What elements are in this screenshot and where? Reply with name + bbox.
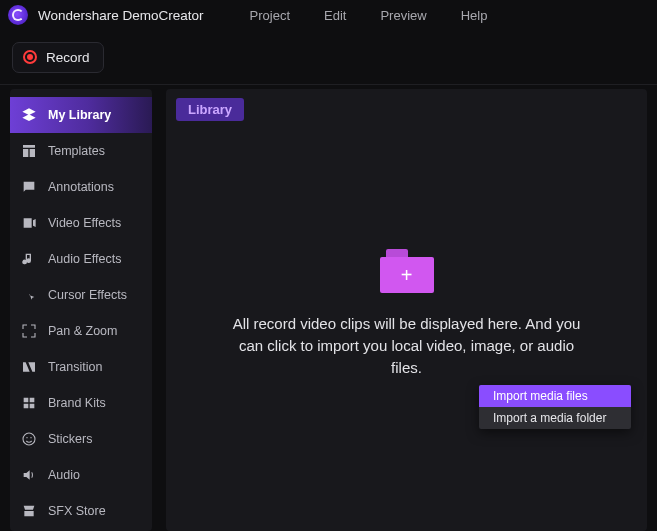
menu-help[interactable]: Help bbox=[461, 8, 488, 23]
sidebar-item-annotations[interactable]: Annotations bbox=[10, 169, 152, 205]
empty-state-text: All record video clips will be displayed… bbox=[217, 313, 597, 378]
audio-icon bbox=[20, 466, 38, 484]
app-logo bbox=[8, 5, 28, 25]
templates-icon bbox=[20, 142, 38, 160]
menu-import-media-folder[interactable]: Import a media folder bbox=[479, 407, 631, 429]
menu-edit[interactable]: Edit bbox=[324, 8, 346, 23]
svg-point-2 bbox=[30, 437, 31, 438]
sidebar-item-label: Transition bbox=[48, 360, 102, 374]
record-button-label: Record bbox=[46, 50, 90, 65]
folder-plus-icon: + bbox=[380, 249, 434, 293]
sidebar-item-video-effects[interactable]: Video Effects bbox=[10, 205, 152, 241]
sidebar-item-brand-kits[interactable]: Brand Kits bbox=[10, 385, 152, 421]
pan-zoom-icon bbox=[20, 322, 38, 340]
sidebar-item-audio-effects[interactable]: Audio Effects bbox=[10, 241, 152, 277]
content-panel: Library + All record video clips will be… bbox=[166, 89, 647, 531]
sidebar-item-cursor-effects[interactable]: Cursor Effects bbox=[10, 277, 152, 313]
sidebar-item-label: Cursor Effects bbox=[48, 288, 127, 302]
empty-state[interactable]: + All record video clips will be display… bbox=[217, 249, 597, 394]
tab-library[interactable]: Library bbox=[176, 98, 244, 121]
record-icon bbox=[23, 50, 37, 64]
cursor-fx-icon bbox=[20, 286, 38, 304]
sidebar-item-label: Templates bbox=[48, 144, 105, 158]
app-title: Wondershare DemoCreator bbox=[38, 8, 204, 23]
svg-point-0 bbox=[23, 433, 35, 445]
toolbar: Record bbox=[0, 30, 657, 85]
sidebar-item-stickers[interactable]: Stickers bbox=[10, 421, 152, 457]
menu-import-media-files[interactable]: Import media files bbox=[479, 385, 631, 407]
layers-icon bbox=[20, 106, 38, 124]
import-context-menu: Import media files Import a media folder bbox=[479, 385, 631, 429]
menubar: Wondershare DemoCreator Project Edit Pre… bbox=[0, 0, 657, 30]
sidebar-item-templates[interactable]: Templates bbox=[10, 133, 152, 169]
sidebar-item-label: Annotations bbox=[48, 180, 114, 194]
sidebar-item-label: Brand Kits bbox=[48, 396, 106, 410]
audio-fx-icon bbox=[20, 250, 38, 268]
sidebar-item-label: SFX Store bbox=[48, 504, 106, 518]
menubar-items: Project Edit Preview Help bbox=[250, 8, 488, 23]
sidebar-item-label: Audio Effects bbox=[48, 252, 121, 266]
sidebar: My Library Templates Annotations Video E… bbox=[10, 89, 152, 531]
annotations-icon bbox=[20, 178, 38, 196]
transition-icon bbox=[20, 358, 38, 376]
sidebar-item-audio[interactable]: Audio bbox=[10, 457, 152, 493]
sfx-store-icon bbox=[20, 502, 38, 520]
sidebar-item-label: Audio bbox=[48, 468, 80, 482]
sidebar-item-pan-zoom[interactable]: Pan & Zoom bbox=[10, 313, 152, 349]
stickers-icon bbox=[20, 430, 38, 448]
sidebar-item-label: Pan & Zoom bbox=[48, 324, 117, 338]
workspace: My Library Templates Annotations Video E… bbox=[0, 85, 657, 531]
video-fx-icon bbox=[20, 214, 38, 232]
brand-kits-icon bbox=[20, 394, 38, 412]
menu-project[interactable]: Project bbox=[250, 8, 290, 23]
sidebar-item-my-library[interactable]: My Library bbox=[10, 97, 152, 133]
sidebar-item-transition[interactable]: Transition bbox=[10, 349, 152, 385]
sidebar-item-label: My Library bbox=[48, 108, 111, 122]
svg-point-1 bbox=[26, 437, 27, 438]
sidebar-item-label: Stickers bbox=[48, 432, 92, 446]
record-button[interactable]: Record bbox=[12, 42, 104, 73]
sidebar-item-sfx-store[interactable]: SFX Store bbox=[10, 493, 152, 529]
sidebar-item-label: Video Effects bbox=[48, 216, 121, 230]
menu-preview[interactable]: Preview bbox=[380, 8, 426, 23]
